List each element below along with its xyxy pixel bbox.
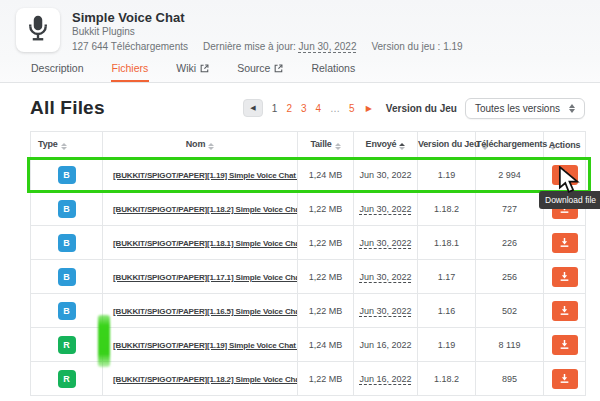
column-header-taille[interactable]: Taille xyxy=(298,132,354,158)
page-header-area: Simple Voice Chat Bukkit Plugins 127 644… xyxy=(0,0,600,83)
app-logo xyxy=(16,8,60,52)
file-date: Jun 30, 2022 xyxy=(359,238,411,248)
file-date: Jun 30, 2022 xyxy=(359,204,411,214)
file-downloads: 226 xyxy=(476,226,544,260)
file-game-version: 1.19 xyxy=(418,328,476,362)
column-header-type[interactable]: Type xyxy=(31,132,103,158)
file-game-version: 1.17 xyxy=(418,260,476,294)
file-size: 1,22 MB xyxy=(298,192,354,226)
download-button[interactable] xyxy=(552,335,578,355)
app-category: Bukkit Plugins xyxy=(72,26,463,37)
game-version: Version du jeu : 1.19 xyxy=(371,41,462,52)
release-type-badge: B xyxy=(58,234,76,252)
column-header-version-du-jeu[interactable]: Version du Jeu xyxy=(418,132,476,158)
microphone-icon xyxy=(23,13,53,47)
app-header: Simple Voice Chat Bukkit Plugins 127 644… xyxy=(0,0,600,56)
external-link-icon xyxy=(274,64,283,73)
pagination-pages: 1234…5 xyxy=(272,103,355,114)
file-date: Jun 30, 2022 xyxy=(359,272,411,282)
release-type-badge: B xyxy=(58,268,76,286)
sort-icon xyxy=(335,143,341,150)
file-name-link[interactable]: [BUKKIT/SPIGOT/PAPER][1.18.1] Simple Voi… xyxy=(113,239,298,248)
column-header-nom[interactable]: Nom xyxy=(103,132,298,158)
table-row: R [BUKKIT/SPIGOT/PAPER][1.18.2] Simple V… xyxy=(31,362,586,396)
release-type-badge: B xyxy=(58,200,76,218)
version-filter-label: Version du Jeu xyxy=(386,103,457,114)
tab-wiki[interactable]: Wiki xyxy=(175,62,210,82)
app-info: Simple Voice Chat Bukkit Plugins 127 644… xyxy=(72,8,463,52)
external-link-icon xyxy=(200,64,209,73)
file-date: Jun 16, 2022 xyxy=(359,340,411,350)
tab-source[interactable]: Source xyxy=(236,62,284,82)
table-row: B [BUKKIT/SPIGOT/PAPER][1.17.1] Simple V… xyxy=(31,260,586,294)
version-filter-select[interactable]: Toutes les versions xyxy=(465,98,585,119)
files-table: Type Nom Taille Envoyé Version du Jeu Té… xyxy=(30,131,586,396)
table-row: R [BUKKIT/SPIGOT/PAPER][1.19] Simple Voi… xyxy=(31,328,586,362)
pagination: ◀ 1234…5 ▶ xyxy=(243,99,372,117)
file-name-link[interactable]: [BUKKIT/SPIGOT/PAPER][1.17.1] Simple Voi… xyxy=(113,273,298,282)
pagination-page-3[interactable]: 3 xyxy=(301,103,307,114)
file-name-link[interactable]: [BUKKIT/SPIGOT/PAPER][1.18.2] Simple Voi… xyxy=(113,205,298,214)
file-game-version: 1.18.2 xyxy=(418,362,476,396)
pagination-next-button[interactable]: ▶ xyxy=(366,104,372,113)
table-row: B [BUKKIT/SPIGOT/PAPER][1.18.2] Simple V… xyxy=(31,192,586,226)
file-name-link[interactable]: [BUKKIT/SPIGOT/PAPER][1.18.2] Simple Voi… xyxy=(113,375,298,384)
file-name-link[interactable]: [BUKKIT/SPIGOT/PAPER][1.19] Simple Voice… xyxy=(113,341,298,350)
pagination-page-4[interactable]: 4 xyxy=(316,103,322,114)
file-downloads: 2 994 xyxy=(476,158,544,192)
column-header-envoyé[interactable]: Envoyé xyxy=(354,132,418,158)
column-header-actions[interactable]: Actions xyxy=(544,132,586,158)
version-filter-value: Toutes les versions xyxy=(475,103,560,114)
file-downloads: 727 xyxy=(476,192,544,226)
file-date: Jun 30, 2022 xyxy=(359,170,411,180)
download-tooltip: Download file xyxy=(539,191,600,209)
pagination-page-1: 1 xyxy=(272,103,278,114)
table-header-row: Type Nom Taille Envoyé Version du Jeu Té… xyxy=(31,132,586,158)
file-game-version: 1.18.2 xyxy=(418,192,476,226)
tab-relations[interactable]: Relations xyxy=(310,62,356,82)
download-button[interactable] xyxy=(552,267,578,287)
column-header-téléchargements[interactable]: Téléchargements xyxy=(476,132,544,158)
tab-bar: Description Fichiers Wiki Source Relatio… xyxy=(0,56,600,83)
page-title: Simple Voice Chat xyxy=(72,10,463,25)
download-button[interactable] xyxy=(552,165,578,185)
files-table-body: B [BUKKIT/SPIGOT/PAPER][1.19] Simple Voi… xyxy=(31,158,586,396)
last-updated: Dernière mise à jour: Jun 30, 2022 xyxy=(203,41,356,52)
file-downloads: 8 119 xyxy=(476,328,544,362)
release-type-badge: B xyxy=(58,302,76,320)
pagination-page-2[interactable]: 2 xyxy=(286,103,292,114)
pagination-prev-button[interactable]: ◀ xyxy=(243,99,263,117)
table-row: B [BUKKIT/SPIGOT/PAPER][1.16.5] Simple V… xyxy=(31,294,586,328)
file-name-link[interactable]: [BUKKIT/SPIGOT/PAPER][1.16.5] Simple Voi… xyxy=(113,307,298,316)
pagination-page-5[interactable]: 5 xyxy=(349,103,355,114)
file-size: 1,24 MB xyxy=(298,328,354,362)
file-name-link[interactable]: [BUKKIT/SPIGOT/PAPER][1.19] Simple Voice… xyxy=(113,171,298,180)
file-game-version: 1.16 xyxy=(418,294,476,328)
download-button[interactable] xyxy=(552,301,578,321)
file-size: 1,24 MB xyxy=(298,158,354,192)
release-type-badge: R xyxy=(58,336,76,354)
select-updown-icon xyxy=(569,104,575,113)
file-date: Jun 16, 2022 xyxy=(359,374,411,384)
tab-description[interactable]: Description xyxy=(30,62,85,82)
file-size: 1,22 MB xyxy=(298,362,354,396)
release-type-badge: R xyxy=(58,370,76,388)
file-game-version: 1.19 xyxy=(418,158,476,192)
file-downloads: 502 xyxy=(476,294,544,328)
downloads-count: 127 644 Téléchargements xyxy=(72,41,188,52)
sort-icon xyxy=(208,143,214,150)
sort-icon xyxy=(61,143,67,150)
file-size: 1,22 MB xyxy=(298,226,354,260)
download-button[interactable] xyxy=(552,233,578,253)
file-size: 1,22 MB xyxy=(298,294,354,328)
pagination-ellipsis: … xyxy=(330,103,340,114)
all-files-heading: All Files xyxy=(30,97,105,119)
table-row: B [BUKKIT/SPIGOT/PAPER][1.18.1] Simple V… xyxy=(31,226,586,260)
file-downloads: 256 xyxy=(476,260,544,294)
download-button[interactable] xyxy=(552,369,578,389)
tab-fichiers[interactable]: Fichiers xyxy=(111,62,150,82)
file-downloads: 895 xyxy=(476,362,544,396)
sort-icon xyxy=(399,143,405,150)
file-game-version: 1.18.1 xyxy=(418,226,476,260)
table-row: B [BUKKIT/SPIGOT/PAPER][1.19] Simple Voi… xyxy=(31,158,586,192)
